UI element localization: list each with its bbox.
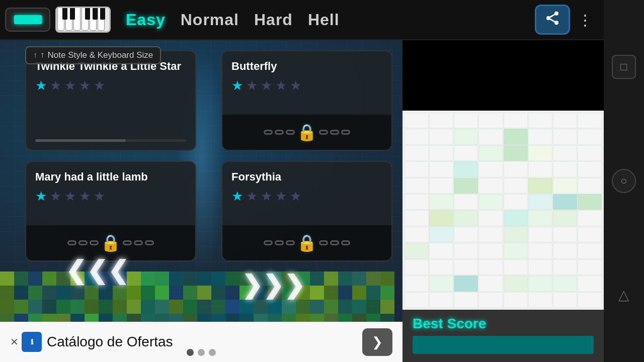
- star-3: ★: [261, 78, 272, 94]
- song-card-twinkle[interactable]: Twinkle Twinkle a Little Star ★ ★ ★ ★ ★: [25, 50, 196, 151]
- score-cell: [429, 243, 453, 258]
- score-cell: [405, 292, 429, 308]
- piano-black-key: [62, 7, 67, 20]
- score-cell: [454, 129, 478, 144]
- lock-icon-mary: 🔒: [101, 233, 121, 252]
- score-cell: [405, 161, 429, 177]
- more-options-button[interactable]: ⋮: [578, 11, 594, 29]
- score-cell: [405, 243, 429, 258]
- score-cell: [478, 276, 503, 291]
- score-cell: [528, 276, 552, 291]
- star-2: ★: [50, 189, 61, 204]
- score-cell: [504, 292, 528, 308]
- star-3: ★: [64, 189, 76, 204]
- circle-icon: ○: [620, 174, 627, 188]
- score-cell: [528, 161, 552, 177]
- score-cell: [454, 276, 478, 291]
- song-card-butterfly[interactable]: Butterfly ★ ★ ★ ★ ★ 🔒: [221, 50, 392, 151]
- score-cell: [429, 194, 453, 210]
- header-right-controls: ⋮: [535, 5, 594, 35]
- green-btn[interactable]: [5, 8, 50, 32]
- score-cell: [578, 161, 602, 177]
- score-cell: [504, 145, 528, 161]
- tab-hell[interactable]: Hell: [308, 11, 340, 29]
- square-button[interactable]: □: [612, 55, 636, 79]
- score-cell: [429, 227, 453, 242]
- star-5: ★: [290, 78, 301, 94]
- progress-bar-twinkle: [35, 139, 186, 142]
- score-cell: [478, 194, 503, 210]
- score-cell: [504, 161, 528, 177]
- score-cell: [578, 194, 602, 210]
- chain-lock-mary: 🔒: [26, 233, 195, 252]
- ad-next-button[interactable]: ❯: [362, 328, 392, 356]
- star-1: ★: [35, 78, 47, 94]
- score-cell: [504, 210, 528, 226]
- ad-dot-1: [187, 349, 194, 356]
- score-cell: [454, 210, 478, 226]
- share-button[interactable]: [535, 5, 570, 35]
- score-cell: [578, 292, 602, 308]
- score-cell: [504, 227, 528, 242]
- app-header: Easy Normal Hard Hell ⋮: [0, 0, 604, 40]
- score-cell: [528, 210, 552, 226]
- score-cell: [578, 227, 602, 242]
- score-cell: [504, 259, 528, 275]
- song-title-mary: Mary had a little lamb: [35, 170, 186, 185]
- song-stars-butterfly: ★ ★ ★ ★ ★: [231, 78, 382, 94]
- ad-icon[interactable]: ℹ: [22, 332, 42, 352]
- score-cell: [553, 113, 577, 128]
- svg-point-0: [554, 11, 558, 15]
- score-cell: [553, 129, 577, 144]
- score-cell: [405, 129, 429, 144]
- circle-button[interactable]: ○: [612, 169, 636, 193]
- piano-black-key: [93, 7, 98, 20]
- score-cell: [478, 113, 503, 128]
- tab-easy[interactable]: Easy: [126, 11, 166, 29]
- song-card-mary[interactable]: Mary had a little lamb ★ ★ ★ ★ ★ 🔒: [25, 161, 196, 261]
- star-4: ★: [275, 78, 287, 94]
- score-cell: [405, 113, 429, 128]
- song-stars-twinkle: ★ ★ ★ ★ ★: [35, 78, 186, 94]
- score-cell: [504, 113, 528, 128]
- score-cell: [528, 243, 552, 258]
- prev-arrow-icon: ❮❮❮: [65, 256, 129, 285]
- score-cell: [578, 243, 602, 258]
- score-cell: [578, 129, 602, 144]
- song-card-forsythia[interactable]: Forsythia ★ ★ ★ ★ ★ 🔒: [221, 161, 392, 261]
- tab-hard[interactable]: Hard: [254, 11, 293, 29]
- star-1: ★: [231, 189, 243, 204]
- star-3: ★: [64, 78, 76, 94]
- score-cell: [454, 113, 478, 128]
- piano-btn[interactable]: [55, 7, 111, 33]
- score-cell: [454, 194, 478, 210]
- note-style-button[interactable]: ↑ Note Style & Keyboard Size: [25, 46, 161, 64]
- svg-line-3: [550, 19, 554, 22]
- note-style-arrow-icon: ↑: [40, 50, 45, 60]
- best-score-bar: [413, 336, 594, 354]
- star-2: ★: [246, 78, 258, 94]
- score-cell: [528, 178, 552, 194]
- score-cell: [454, 161, 478, 177]
- score-cell: [578, 276, 602, 291]
- chain-lock-forsythia: 🔒: [222, 233, 391, 252]
- score-cell: [504, 129, 528, 144]
- ad-close-button[interactable]: ✕: [10, 336, 19, 348]
- score-cell: [429, 276, 453, 291]
- score-cell: [429, 259, 453, 275]
- triangle-button[interactable]: △: [612, 283, 636, 307]
- score-cell: [454, 259, 478, 275]
- lock-overlay-forsythia: 🔒: [222, 225, 391, 260]
- next-page-button[interactable]: ❯❯❯: [242, 270, 305, 300]
- score-cell: [478, 259, 503, 275]
- right-nav-panel: □ ○ △: [604, 0, 644, 362]
- tab-normal[interactable]: Normal: [181, 11, 239, 29]
- score-cell: [504, 243, 528, 258]
- score-cell: [553, 276, 577, 291]
- score-cell: [454, 292, 478, 308]
- score-cell: [454, 243, 478, 258]
- score-cell: [454, 227, 478, 242]
- songs-area: Twinkle Twinkle a Little Star ★ ★ ★ ★ ★ …: [20, 45, 403, 261]
- star-3: ★: [261, 189, 272, 204]
- score-cell: [405, 227, 429, 242]
